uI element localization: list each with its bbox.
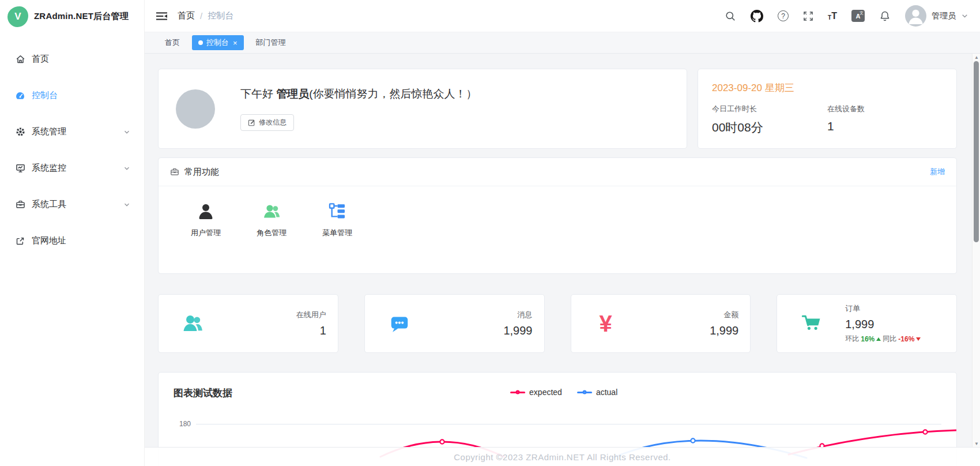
fullscreen-icon[interactable] xyxy=(803,11,813,21)
edit-info-label: 修改信息 xyxy=(259,118,287,127)
sidebar-item-system-monitor[interactable]: 系统监控 xyxy=(0,150,144,186)
tab-label: 首页 xyxy=(165,37,180,48)
stats-row: 在线用户 1 消息 1,999 ¥ 金额 xyxy=(158,294,957,353)
edit-info-button[interactable]: 修改信息 xyxy=(240,114,294,131)
add-link[interactable]: 新增 xyxy=(930,167,945,177)
logo-icon: V xyxy=(7,6,28,27)
work-duration-label: 今日工作时长 xyxy=(712,104,827,114)
greeting-text: 下午好 管理员(你要悄悄努力，然后惊艳众人！） xyxy=(240,87,477,102)
monitor-icon xyxy=(15,163,25,174)
user-avatar-large[interactable] xyxy=(176,89,215,129)
stat-card-orders[interactable]: 订单 1,999 环比 16% 同比 -16% xyxy=(777,294,957,353)
user-menu[interactable]: 管理员 xyxy=(905,5,968,27)
legend-marker-actual xyxy=(577,389,592,395)
chart-legend: expected actual xyxy=(510,388,617,397)
tab-dashboard[interactable]: 控制台 × xyxy=(192,35,244,50)
gridline xyxy=(196,424,941,424)
sidebar-item-label: 控制台 xyxy=(32,90,58,101)
message-icon xyxy=(387,313,412,335)
legend-item-expected[interactable]: expected xyxy=(510,388,562,397)
stat-label: 消息 xyxy=(503,310,532,320)
sidebar-item-system-management[interactable]: 系统管理 xyxy=(0,114,144,150)
stat-value: 1,999 xyxy=(710,324,738,337)
expected-data-point[interactable] xyxy=(440,439,444,444)
shortcut-role-management[interactable]: 角色管理 xyxy=(252,202,291,238)
work-duration-value: 00时08分 xyxy=(712,119,827,136)
search-icon[interactable] xyxy=(725,10,736,22)
app-title: ZRAdmin.NET后台管理 xyxy=(34,11,129,22)
edit-icon xyxy=(248,119,255,126)
chevron-down-icon xyxy=(961,12,968,20)
tab-close-icon[interactable]: × xyxy=(233,39,238,47)
legend-item-actual[interactable]: actual xyxy=(577,388,617,397)
chevron-down-icon xyxy=(123,165,130,172)
notification-bell-icon[interactable] xyxy=(879,10,891,22)
expected-data-point[interactable] xyxy=(923,430,927,434)
tabs-bar: 首页 控制台 × 部门管理 xyxy=(145,32,980,54)
sidebar-item-dashboard[interactable]: 控制台 xyxy=(0,77,144,114)
chevron-down-icon xyxy=(123,129,130,136)
sidebar-item-home[interactable]: 首页 xyxy=(0,41,144,77)
trend-up-icon xyxy=(876,337,881,341)
shortcut-menu-management[interactable]: 菜单管理 xyxy=(318,202,357,238)
translate-zh-glyph: 文 xyxy=(860,10,864,16)
app-logo[interactable]: V ZRAdmin.NET后台管理 xyxy=(0,0,144,33)
stat-card-online-users[interactable]: 在线用户 1 xyxy=(158,294,338,353)
date-text: 2023-09-20 星期三 xyxy=(712,81,943,95)
help-icon[interactable]: ? xyxy=(778,10,789,21)
greeting-suffix: (你要悄悄努力，然后惊艳众人！） xyxy=(309,88,477,100)
sidebar-item-label: 系统监控 xyxy=(32,163,66,174)
sidebar-item-system-tools[interactable]: 系统工具 xyxy=(0,186,144,223)
scroll-down-icon[interactable]: ▼ xyxy=(973,440,980,447)
breadcrumb-home[interactable]: 首页 xyxy=(178,10,195,21)
tab-label: 部门管理 xyxy=(256,37,286,48)
online-devices-value: 1 xyxy=(827,119,943,133)
briefcase-icon xyxy=(170,167,179,176)
external-link-icon xyxy=(15,236,25,246)
welcome-card: 下午好 管理员(你要悄悄努力，然后惊艳众人！） 修改信息 xyxy=(158,69,687,149)
shortcut-label: 角色管理 xyxy=(257,228,287,238)
vertical-scrollbar[interactable]: ▲ ▼ xyxy=(972,54,980,447)
stat-label: 在线用户 xyxy=(296,310,326,320)
tab-active-dot xyxy=(198,40,203,45)
tree-table-icon xyxy=(328,202,346,220)
date-card: 2023-09-20 星期三 今日工作时长 00时08分 在线设备数 1 xyxy=(698,69,957,149)
tab-department[interactable]: 部门管理 xyxy=(250,35,292,50)
legend-marker-expected xyxy=(510,389,525,395)
sidebar-item-official-site[interactable]: 官网地址 xyxy=(0,223,144,259)
gear-icon xyxy=(15,127,25,137)
main-area: 首页 / 控制台 ? TT A 文 xyxy=(145,0,980,466)
font-size-icon[interactable]: TT xyxy=(828,12,837,21)
font-size-large-glyph: T xyxy=(831,12,837,21)
sidebar-collapse-icon[interactable] xyxy=(156,12,167,21)
sidebar-item-label: 系统工具 xyxy=(32,199,66,210)
stat-card-messages[interactable]: 消息 1,999 xyxy=(364,294,545,353)
legend-label: expected xyxy=(529,388,562,397)
tab-label: 控制台 xyxy=(206,37,229,48)
actual-data-point[interactable] xyxy=(691,438,695,442)
scrollbar-thumb[interactable] xyxy=(974,61,979,242)
dashboard-icon xyxy=(15,91,25,101)
mom-value: 16% xyxy=(861,335,875,343)
roles-icon xyxy=(262,202,281,220)
common-functions-title: 常用功能 xyxy=(184,167,219,178)
translate-icon[interactable]: A 文 xyxy=(851,10,865,22)
sidebar-item-label: 官网地址 xyxy=(32,235,66,246)
shortcut-label: 用户管理 xyxy=(191,228,221,238)
sidebar-item-label: 首页 xyxy=(32,54,49,65)
stat-value: 1 xyxy=(296,324,326,337)
user-icon xyxy=(197,202,215,220)
toolbox-icon xyxy=(15,200,25,210)
stat-trend: 环比 16% 同比 -16% xyxy=(845,334,921,344)
footer: Copyright ©2023 ZRAdmin.NET All Rights R… xyxy=(145,447,980,466)
stat-value: 1,999 xyxy=(503,324,532,337)
shortcut-user-management[interactable]: 用户管理 xyxy=(186,202,225,238)
sidebar-item-label: 系统管理 xyxy=(32,126,66,137)
topbar-actions: ? TT A 文 管理员 xyxy=(725,5,968,27)
stat-card-amount[interactable]: ¥ 金额 1,999 xyxy=(571,294,751,353)
greeting-username: 管理员 xyxy=(276,88,309,100)
github-icon[interactable] xyxy=(751,10,763,22)
tab-home[interactable]: 首页 xyxy=(159,35,186,50)
scroll-up-icon[interactable]: ▲ xyxy=(973,54,980,61)
help-glyph: ? xyxy=(781,12,785,20)
